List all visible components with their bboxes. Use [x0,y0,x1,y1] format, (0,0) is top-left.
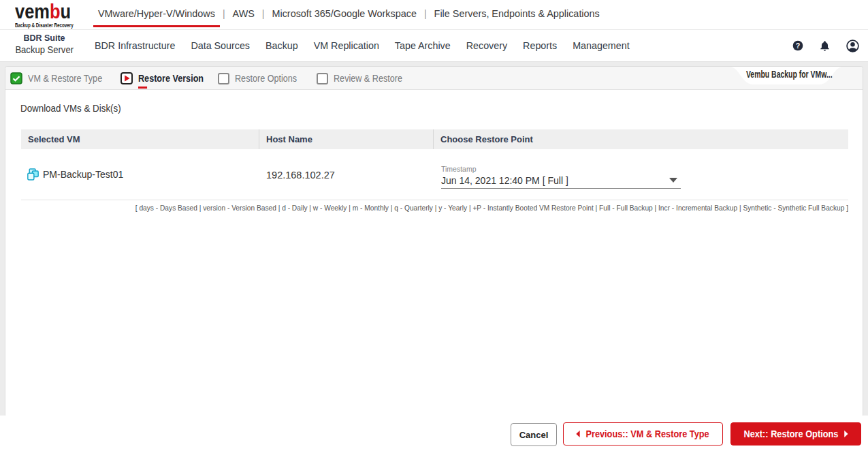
svg-text:?: ? [796,42,801,50]
